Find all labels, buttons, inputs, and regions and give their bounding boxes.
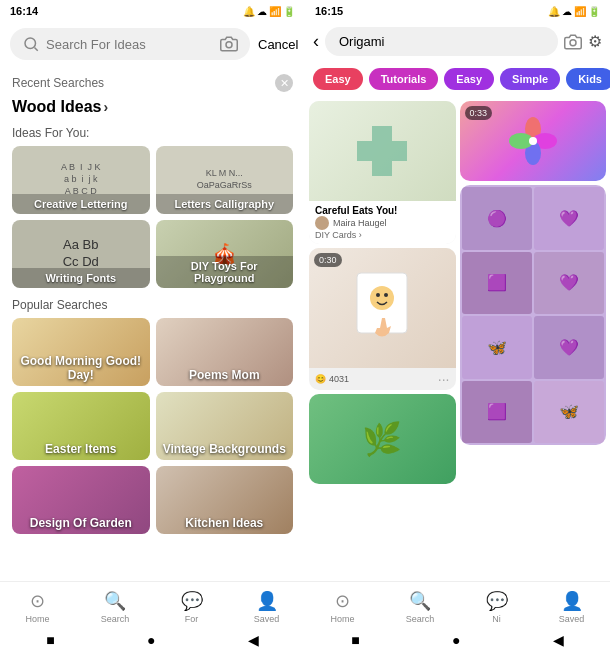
search-bar-right: ‹ Origami ⚙ xyxy=(305,22,610,61)
svg-point-6 xyxy=(370,286,394,310)
popular-card-vintage[interactable]: Vintage Backgrounds xyxy=(156,392,294,460)
nav-profile-label-right: Saved xyxy=(559,614,585,624)
sys-square-left[interactable]: ■ xyxy=(46,632,54,648)
search-input[interactable] xyxy=(46,37,214,52)
tag-kids[interactable]: Kids xyxy=(566,68,610,90)
tag-simple[interactable]: Simple xyxy=(500,68,560,90)
search-input-wrap[interactable] xyxy=(10,28,250,60)
svg-point-3 xyxy=(570,39,576,45)
popular-card-label: Kitchen Ideas xyxy=(156,512,294,534)
nav-search-right[interactable]: 🔍 Search xyxy=(406,590,435,624)
ideas-grid: A B I J Ka b i j kA B C D Creative Lette… xyxy=(12,146,293,288)
pin-card-pinwheel[interactable]: 0:33 xyxy=(460,101,607,181)
sys-square-right[interactable]: ■ xyxy=(351,632,359,648)
nav-profile-right[interactable]: 👤 Saved xyxy=(559,590,585,624)
svg-point-7 xyxy=(376,293,380,297)
idea-card-calligraphy[interactable]: KL M N...OaPaGaRrSs Letters Calligraphy xyxy=(156,146,294,214)
pin-card-purple-steps[interactable]: 🟣 💜 🟪 💜 🦋 💜 🟪 🦋 ··· xyxy=(460,185,607,445)
nav-profile-left[interactable]: 👤 Saved xyxy=(254,590,280,624)
like-row: 😊 4031 xyxy=(315,374,349,384)
nav-home-left[interactable]: ⊙ Home xyxy=(26,590,50,624)
more-button-card3[interactable]: ··· xyxy=(438,371,450,387)
search-nav-icon: 🔍 xyxy=(104,590,126,612)
camera-icon[interactable] xyxy=(220,35,238,53)
pin-timer: 0:30 xyxy=(314,253,342,267)
clear-recent-button[interactable]: ✕ xyxy=(275,74,293,92)
sys-circle-right[interactable]: ● xyxy=(452,632,460,648)
idea-card-creative[interactable]: A B I J Ka b i j kA B C D Creative Lette… xyxy=(12,146,150,214)
tag-easy2[interactable]: Easy xyxy=(444,68,494,90)
bottom-nav-right: ⊙ Home 🔍 Search 💬 Ni 👤 Saved xyxy=(305,581,610,628)
sys-back-right[interactable]: ◀ xyxy=(553,632,564,648)
pin-timer2: 0:33 xyxy=(465,106,493,120)
status-icons-left: 🔔 ☁ 📶 🔋 xyxy=(243,6,295,17)
popular-card-label: Easter Items xyxy=(12,438,150,460)
nav-search-label: Search xyxy=(101,614,130,624)
tag-tutorials[interactable]: Tutorials xyxy=(369,68,439,90)
search-icon-right: 🔍 xyxy=(409,590,431,612)
svg-marker-4 xyxy=(357,126,407,176)
recent-header: Recent Searches ✕ xyxy=(12,74,293,92)
pin-sub: DIY Cards › xyxy=(315,230,450,240)
pin-card-hand[interactable]: 0:30 😊 xyxy=(309,248,456,390)
nav-search-label-right: Search xyxy=(406,614,435,624)
nav-home-label-right: Home xyxy=(331,614,355,624)
popular-card-design[interactable]: Design Of Garden xyxy=(12,466,150,534)
nav-chat-right[interactable]: 💬 Ni xyxy=(486,590,508,624)
like-emoji: 😊 xyxy=(315,374,326,384)
idea-card-diy[interactable]: 🎪 DIY Toys For Playground xyxy=(156,220,294,288)
home-icon: ⊙ xyxy=(30,590,45,612)
idea-card-label: DIY Toys For Playground xyxy=(156,256,294,288)
pin-image-cross xyxy=(309,101,456,201)
profile-icon: 👤 xyxy=(256,590,278,612)
popular-card-label: Good Morning Good! Day! xyxy=(12,350,150,386)
plant-card[interactable]: 🌿 xyxy=(309,394,456,484)
status-bar-right: 16:15 🔔 ☁ 📶 🔋 xyxy=(305,0,610,22)
svg-point-8 xyxy=(384,293,388,297)
nav-chat-left[interactable]: 💬 For xyxy=(181,590,203,624)
popular-card-easter[interactable]: Easter Items xyxy=(12,392,150,460)
nav-search-left[interactable]: 🔍 Search xyxy=(101,590,130,624)
bottom-nav-left: ⊙ Home 🔍 Search 💬 For 👤 Saved xyxy=(0,581,305,628)
pin-card-careful[interactable]: Careful Eats You! Maira Haugel DIY Cards… xyxy=(309,101,456,244)
sys-circle-left[interactable]: ● xyxy=(147,632,155,648)
cancel-button[interactable]: Cancel xyxy=(258,37,298,52)
popular-card-poems[interactable]: Poems Mom xyxy=(156,318,294,386)
left-col: Careful Eats You! Maira Haugel DIY Cards… xyxy=(309,101,456,577)
svg-line-1 xyxy=(34,47,37,50)
search-bar-left: Cancel xyxy=(0,22,305,66)
pin-avatar xyxy=(315,216,329,230)
status-icons-right: 🔔 ☁ 📶 🔋 xyxy=(548,6,600,17)
idea-card-label: Writing Fonts xyxy=(12,268,150,288)
nav-home-label: Home xyxy=(26,614,50,624)
recent-query[interactable]: Wood Ideas › xyxy=(12,98,293,116)
tag-easy[interactable]: Easy xyxy=(313,68,363,90)
pin-info: Careful Eats You! Maira Haugel DIY Cards… xyxy=(309,201,456,244)
filter-button[interactable]: ⚙ xyxy=(588,32,602,51)
ideas-section: Ideas For You: A B I J Ka b i j kA B C D… xyxy=(0,120,305,292)
nav-home-right[interactable]: ⊙ Home xyxy=(331,590,355,624)
camera-icon-right[interactable] xyxy=(564,33,582,51)
idea-card-label: Creative Lettering xyxy=(12,194,150,214)
home-icon-right: ⊙ xyxy=(335,590,350,612)
popular-card-label: Vintage Backgrounds xyxy=(156,438,294,460)
tags-row: Easy Tutorials Easy Simple Kids › xyxy=(305,61,610,97)
status-bar-left: 16:14 🔔 ☁ 📶 🔋 xyxy=(0,0,305,22)
pin-user: Maira Haugel xyxy=(333,218,387,228)
idea-card-writing[interactable]: Aa BbCc Dd Writing Fonts xyxy=(12,220,150,288)
recent-section: Recent Searches ✕ Wood Ideas › xyxy=(0,66,305,120)
back-button[interactable]: ‹ xyxy=(313,31,319,52)
search-query-display[interactable]: Origami xyxy=(325,27,558,56)
recent-label: Recent Searches xyxy=(12,76,104,90)
sys-back-left[interactable]: ◀ xyxy=(248,632,259,648)
pin-image-purple-steps: 🟣 💜 🟪 💜 🦋 💜 🟪 🦋 xyxy=(460,185,607,445)
system-nav-left: ■ ● ◀ xyxy=(0,628,305,652)
chat-icon-right: 💬 xyxy=(486,590,508,612)
nav-chat-label-right: Ni xyxy=(492,614,501,624)
popular-card-kitchen[interactable]: Kitchen Ideas xyxy=(156,466,294,534)
popular-section: Popular Searches Good Morning Good! Day!… xyxy=(0,292,305,538)
like-count: 4031 xyxy=(329,374,349,384)
idea-card-label: Letters Calligraphy xyxy=(156,194,294,214)
popular-card-morning[interactable]: Good Morning Good! Day! xyxy=(12,318,150,386)
nav-chat-label: For xyxy=(185,614,199,624)
